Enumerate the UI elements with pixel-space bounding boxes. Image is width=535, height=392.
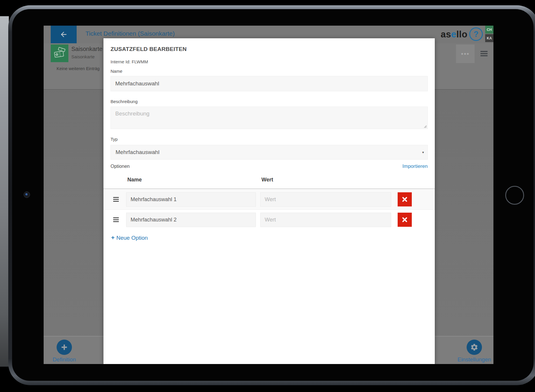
background-wall (0, 16, 9, 367)
option-row (103, 210, 435, 230)
name-input[interactable] (111, 76, 428, 91)
list-item-subtitle: Saisonkarte (71, 54, 103, 59)
tablet-screen: Ticket Definitionen (Saisonkarte) asello… (44, 26, 493, 364)
definition-button[interactable]: Definition (44, 340, 88, 363)
locale-badges: CH KA (485, 26, 493, 42)
question-glyph: ? (474, 30, 479, 39)
empty-list-text: Keine weiteren Einträg (57, 66, 100, 71)
logo-suffix: llo (456, 29, 467, 39)
options-head: Optionen Importieren (111, 163, 428, 169)
gear-icon (467, 340, 482, 355)
column-header-wert: Wert (261, 177, 273, 183)
help-icon[interactable]: ? (469, 27, 483, 41)
logo-prefix: as (441, 29, 451, 39)
internal-id-value: FLWMM (132, 59, 148, 64)
back-arrow-icon (60, 30, 68, 39)
type-select[interactable]: Mehrfachauswahl ▾ (111, 145, 428, 160)
camera-icon (24, 191, 30, 198)
definition-label: Definition (52, 356, 76, 363)
options-table-header: Name Wert (103, 177, 435, 189)
column-header-name: Name (127, 177, 142, 183)
page-title: Ticket Definitionen (Saisonkarte) (85, 30, 175, 37)
menu-icon[interactable] (480, 50, 488, 58)
drag-handle-icon[interactable] (113, 197, 119, 203)
chevron-down-icon: ▾ (422, 150, 424, 154)
internal-id-label: Interne Id: (111, 59, 131, 64)
option-row (103, 189, 435, 210)
import-link[interactable]: Importieren (402, 163, 428, 169)
options-label: Optionen (111, 164, 130, 169)
option-name-input[interactable] (126, 192, 256, 207)
logo-accent: e (451, 29, 456, 39)
badge-ch: CH (485, 26, 493, 34)
home-button[interactable] (505, 186, 524, 205)
list-item-saisonkarte[interactable]: Saisonkarte Saisonkarte (51, 44, 103, 62)
new-option-label: Neue Option (116, 235, 148, 241)
delete-option-button[interactable] (398, 213, 412, 227)
drag-handle-icon[interactable] (113, 217, 119, 223)
resize-handle-icon[interactable] (424, 125, 427, 128)
option-name-input[interactable] (126, 213, 256, 227)
description-label: Beschreibung (111, 99, 138, 104)
description-textarea[interactable] (111, 107, 428, 129)
einstellungen-button[interactable]: Einstellungen (451, 340, 493, 363)
list-item-title: Saisonkarte (71, 46, 103, 52)
new-option-link[interactable]: + Neue Option (111, 234, 148, 241)
option-wert-input[interactable] (260, 192, 391, 207)
einstellungen-label: Einstellungen (457, 356, 491, 363)
internal-id: Interne Id: FLWMM (111, 59, 148, 64)
close-icon (402, 217, 408, 223)
delete-option-button[interactable] (398, 192, 412, 206)
modal-title: ZUSATZFELD BEARBEITEN (111, 46, 187, 52)
name-label: Name (111, 69, 122, 74)
back-button[interactable] (51, 26, 77, 43)
description-wrap (111, 107, 428, 129)
close-icon (402, 196, 408, 202)
camera-lens (25, 193, 28, 196)
ticket-icon (51, 44, 68, 62)
list-item-text: Saisonkarte Saisonkarte (71, 44, 103, 62)
more-button[interactable]: ••• (456, 44, 475, 63)
plus-icon: + (111, 234, 115, 241)
type-label: Typ (111, 137, 118, 142)
edit-field-modal: ZUSATZFELD BEARBEITEN Interne Id: FLWMM … (103, 38, 435, 364)
option-wert-input[interactable] (260, 213, 391, 227)
add-definition-icon (57, 340, 72, 355)
badge-ka: KA (485, 34, 493, 42)
asello-logo: asello (441, 29, 467, 40)
type-select-value: Mehrfachauswahl (116, 149, 159, 156)
